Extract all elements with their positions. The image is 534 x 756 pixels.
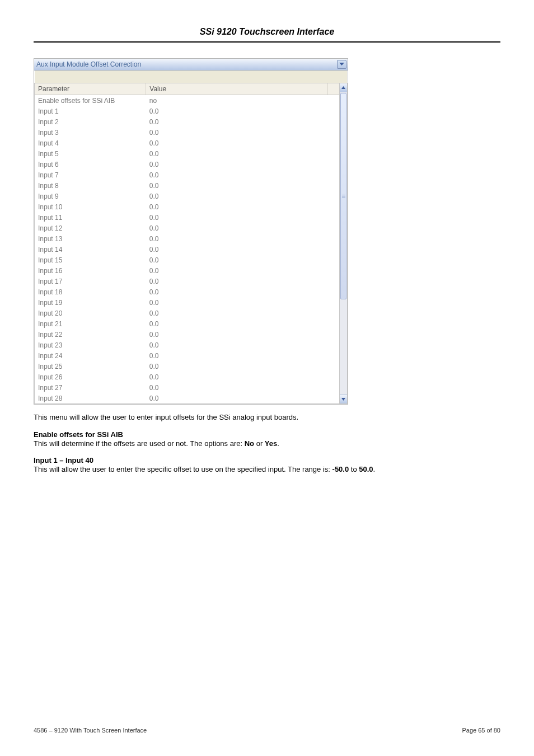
scroll-down-button[interactable] xyxy=(340,395,347,403)
table-row[interactable]: Input 180.0 xyxy=(35,287,339,297)
cell-value: 0.0 xyxy=(146,244,327,255)
input-range-paragraph: This will allow the user to enter the sp… xyxy=(34,464,500,475)
table-row[interactable]: Input 250.0 xyxy=(35,361,339,372)
cell-parameter: Input 24 xyxy=(35,350,146,361)
table-row[interactable]: Input 130.0 xyxy=(35,233,339,244)
enable-offsets-paragraph: This will determine if the offsets are u… xyxy=(34,439,500,449)
cell-parameter: Input 25 xyxy=(35,361,146,372)
cell-value: 0.0 xyxy=(146,106,327,116)
p1-lead: This will determine if the offsets are u… xyxy=(34,439,245,448)
table-row[interactable]: Input 70.0 xyxy=(35,170,339,180)
cell-parameter: Input 14 xyxy=(35,244,146,255)
table-row[interactable]: Input 270.0 xyxy=(35,382,339,393)
cell-value: 0.0 xyxy=(146,255,327,265)
table-row[interactable]: Input 260.0 xyxy=(35,372,339,382)
p2-to: to xyxy=(349,465,359,473)
cell-value: 0.0 xyxy=(146,340,327,350)
scroll-track[interactable] xyxy=(340,92,347,395)
table-row[interactable]: Input 160.0 xyxy=(35,265,339,276)
cell-blank xyxy=(327,201,339,212)
section-heading-input-range: Input 1 – Input 40 xyxy=(34,456,500,464)
cell-value: 0.0 xyxy=(146,127,327,138)
table-row[interactable]: Input 100.0 xyxy=(35,201,339,212)
cell-parameter: Input 12 xyxy=(35,223,146,233)
table-row[interactable]: Input 90.0 xyxy=(35,191,339,201)
col-header-parameter[interactable]: Parameter xyxy=(35,83,146,95)
table-row[interactable]: Input 10.0 xyxy=(35,106,339,116)
table-row[interactable]: Input 220.0 xyxy=(35,329,339,340)
cell-blank xyxy=(327,382,339,393)
cell-blank xyxy=(327,287,339,297)
scroll-thumb[interactable] xyxy=(340,93,346,299)
cell-blank xyxy=(327,244,339,255)
document-title: SSi 9120 Touchscreen Interface xyxy=(34,27,500,37)
cell-blank xyxy=(327,180,339,191)
cell-value: 0.0 xyxy=(146,180,327,191)
table-row[interactable]: Input 280.0 xyxy=(35,393,339,403)
col-header-value[interactable]: Value xyxy=(146,83,327,95)
table-header-row: Parameter Value xyxy=(35,83,339,95)
table-row[interactable]: Input 200.0 xyxy=(35,308,339,318)
cell-parameter: Input 16 xyxy=(35,265,146,276)
col-header-blank xyxy=(327,83,339,95)
cell-blank xyxy=(327,212,339,223)
cell-blank xyxy=(327,106,339,116)
cell-parameter: Input 9 xyxy=(35,191,146,201)
title-divider xyxy=(34,41,500,43)
scroll-up-button[interactable] xyxy=(340,83,347,92)
cell-parameter: Input 15 xyxy=(35,255,146,265)
cell-blank xyxy=(327,191,339,201)
cell-value: 0.0 xyxy=(146,233,327,244)
cell-value: 0.0 xyxy=(146,138,327,148)
table-row[interactable]: Input 50.0 xyxy=(35,148,339,159)
cell-blank xyxy=(327,265,339,276)
table-row[interactable]: Input 140.0 xyxy=(35,244,339,255)
table-row[interactable]: Input 120.0 xyxy=(35,223,339,233)
cell-value: 0.0 xyxy=(146,148,327,159)
cell-parameter: Input 5 xyxy=(35,148,146,159)
cell-parameter: Input 21 xyxy=(35,318,146,329)
vertical-scrollbar[interactable] xyxy=(339,83,348,404)
chevron-down-icon xyxy=(339,63,344,66)
cell-blank xyxy=(327,393,339,403)
table-row[interactable]: Input 80.0 xyxy=(35,180,339,191)
footer-left: 4586 – 9120 With Touch Screen Interface xyxy=(34,727,147,734)
chevron-up-icon xyxy=(341,86,345,89)
app-window: Aux Input Module Offset Correction Param… xyxy=(34,58,348,405)
cell-value: 0.0 xyxy=(146,297,327,308)
cell-blank xyxy=(327,95,339,106)
cell-parameter: Input 10 xyxy=(35,201,146,212)
cell-value: 0.0 xyxy=(146,372,327,382)
table-row[interactable]: Input 20.0 xyxy=(35,116,339,127)
cell-blank xyxy=(327,276,339,287)
footer-right: Page 65 of 80 xyxy=(462,727,500,734)
p1-dot: . xyxy=(277,439,279,448)
p2-lead: This will allow the user to enter the sp… xyxy=(34,465,332,473)
dropdown-button[interactable] xyxy=(337,60,346,69)
cell-blank xyxy=(327,255,339,265)
cell-value: 0.0 xyxy=(146,393,327,403)
cell-blank xyxy=(327,372,339,382)
cell-blank xyxy=(327,223,339,233)
table-row[interactable]: Input 170.0 xyxy=(35,276,339,287)
table-row[interactable]: Input 110.0 xyxy=(35,212,339,223)
table-row[interactable]: Input 40.0 xyxy=(35,138,339,148)
cell-blank xyxy=(327,340,339,350)
table-row[interactable]: Input 230.0 xyxy=(35,340,339,350)
parameter-grid[interactable]: Parameter Value Enable offsets for SSi A… xyxy=(34,83,339,404)
table-row[interactable]: Input 240.0 xyxy=(35,350,339,361)
table-row[interactable]: Input 60.0 xyxy=(35,159,339,170)
table-row[interactable]: Input 190.0 xyxy=(35,297,339,308)
cell-parameter: Input 19 xyxy=(35,297,146,308)
chevron-down-icon xyxy=(341,398,345,401)
cell-value: 0.0 xyxy=(146,170,327,180)
table-row[interactable]: Enable offsets for SSi AIBno xyxy=(35,95,339,106)
cell-parameter: Input 2 xyxy=(35,116,146,127)
cell-blank xyxy=(327,308,339,318)
dropdown-titlebar[interactable]: Aux Input Module Offset Correction xyxy=(34,59,348,71)
table-row[interactable]: Input 150.0 xyxy=(35,255,339,265)
table-row[interactable]: Input 210.0 xyxy=(35,318,339,329)
cell-parameter: Input 20 xyxy=(35,308,146,318)
table-row[interactable]: Input 30.0 xyxy=(35,127,339,138)
p2-dot: . xyxy=(373,465,376,473)
